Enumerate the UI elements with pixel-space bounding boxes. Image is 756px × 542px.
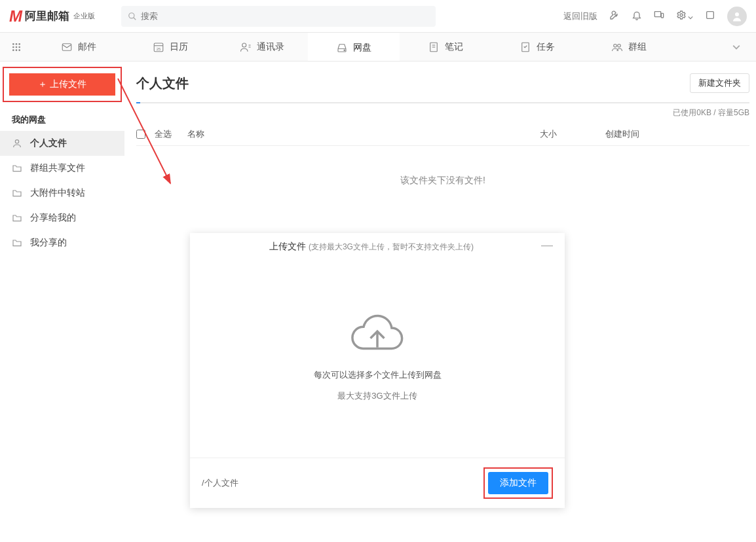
svg-point-15 bbox=[18, 49, 20, 51]
svg-point-24 bbox=[344, 50, 345, 51]
upload-button-highlight: ＋ 上传文件 bbox=[3, 67, 122, 102]
add-file-button[interactable]: 添加文件 bbox=[488, 472, 548, 494]
folder-out-icon bbox=[12, 238, 22, 248]
search-icon bbox=[128, 12, 137, 21]
sidebar-item-label: 分享给我的 bbox=[30, 212, 76, 224]
sidebar-item-group-share[interactable]: 群组共享文件 bbox=[0, 156, 124, 181]
devices-icon[interactable] bbox=[654, 10, 664, 22]
svg-point-12 bbox=[18, 46, 20, 48]
svg-point-0 bbox=[129, 12, 134, 18]
svg-point-29 bbox=[614, 44, 617, 47]
logo-subtext: 企业版 bbox=[73, 11, 95, 21]
sidebar-item-personal-files[interactable]: 个人文件 bbox=[0, 131, 124, 156]
mail-icon bbox=[61, 41, 73, 53]
skin-icon[interactable] bbox=[705, 10, 715, 22]
nav-label: 通讯录 bbox=[257, 41, 284, 53]
svg-point-7 bbox=[12, 43, 14, 45]
top-right-tools: 返回旧版 bbox=[563, 7, 747, 26]
calendar-icon: 25 bbox=[153, 41, 164, 53]
cloud-upload-icon bbox=[348, 314, 407, 360]
groups-icon bbox=[611, 41, 623, 53]
th-size[interactable]: 大小 bbox=[540, 128, 605, 140]
svg-rect-2 bbox=[655, 12, 661, 17]
svg-point-20 bbox=[242, 43, 246, 47]
nav-label: 日历 bbox=[170, 41, 188, 53]
sidebar-section-title: 我的网盘 bbox=[0, 106, 124, 131]
svg-point-13 bbox=[12, 49, 14, 51]
nav-contacts[interactable]: 通讯录 bbox=[216, 33, 308, 61]
modal-hint-2: 最大支持3G文件上传 bbox=[337, 390, 417, 402]
nav-row: 邮件 25 日历 通讯录 网盘 笔记 任务 群组 bbox=[0, 33, 756, 62]
svg-rect-3 bbox=[662, 13, 664, 18]
nav-notes[interactable]: 笔记 bbox=[400, 33, 491, 61]
modal-title: 上传文件 (支持最大3G文件上传，暂时不支持文件夹上传) bbox=[202, 241, 541, 253]
nav-drive[interactable]: 网盘 bbox=[308, 33, 400, 61]
nav-label: 邮件 bbox=[78, 41, 96, 53]
top-bar: M 阿里邮箱 企业版 返回旧版 bbox=[0, 0, 756, 33]
sidebar-item-shared-by-me[interactable]: 我分享的 bbox=[0, 230, 124, 255]
nav-mail[interactable]: 邮件 bbox=[33, 33, 124, 61]
nav-tasks[interactable]: 任务 bbox=[491, 33, 583, 61]
svg-point-30 bbox=[618, 44, 621, 47]
empty-folder-message: 该文件夹下没有文件! bbox=[136, 175, 749, 187]
notes-icon bbox=[428, 41, 440, 53]
sidebar-item-attachment-transit[interactable]: 大附件中转站 bbox=[0, 181, 124, 206]
nav-label: 任务 bbox=[537, 41, 555, 53]
wrench-icon[interactable] bbox=[609, 10, 620, 22]
modal-subtitle: (支持最大3G文件上传，暂时不支持文件夹上传) bbox=[309, 242, 474, 251]
svg-line-1 bbox=[134, 17, 136, 20]
sidebar-item-label: 个人文件 bbox=[30, 137, 67, 149]
new-folder-button[interactable]: 新建文件夹 bbox=[690, 73, 749, 93]
th-name[interactable]: 名称 bbox=[187, 128, 540, 140]
nav-groups[interactable]: 群组 bbox=[583, 33, 675, 61]
gear-icon[interactable] bbox=[676, 10, 693, 22]
svg-point-14 bbox=[16, 49, 18, 51]
svg-rect-16 bbox=[62, 43, 71, 50]
folder-share-icon bbox=[12, 163, 22, 173]
nav-calendar[interactable]: 25 日历 bbox=[124, 33, 216, 61]
modal-hint-1: 每次可以选择多个文件上传到网盘 bbox=[314, 369, 442, 381]
nav-label: 群组 bbox=[628, 41, 647, 53]
bell-icon[interactable] bbox=[632, 10, 642, 22]
search-input[interactable] bbox=[141, 11, 429, 21]
modal-path: /个人文件 bbox=[202, 477, 238, 489]
tasks-icon bbox=[520, 41, 531, 53]
modal-body[interactable]: 每次可以选择多个文件上传到网盘 最大支持3G文件上传 bbox=[190, 258, 565, 458]
svg-point-4 bbox=[680, 14, 683, 16]
select-all-checkbox[interactable] bbox=[136, 130, 145, 139]
person-icon bbox=[12, 138, 22, 149]
avatar[interactable] bbox=[727, 7, 747, 26]
back-old-link[interactable]: 返回旧版 bbox=[563, 10, 597, 22]
logo-icon: M bbox=[9, 7, 22, 26]
th-select-all[interactable]: 全选 bbox=[155, 128, 187, 140]
folder-attach-icon bbox=[12, 188, 22, 198]
search-bar[interactable] bbox=[121, 6, 436, 27]
logo-text: 阿里邮箱 bbox=[25, 9, 69, 24]
upload-button[interactable]: ＋ 上传文件 bbox=[9, 73, 115, 96]
sidebar-item-label: 大附件中转站 bbox=[30, 187, 85, 199]
svg-point-9 bbox=[18, 43, 20, 45]
nav-more-chevron-icon[interactable] bbox=[717, 33, 756, 61]
nav-label: 笔记 bbox=[445, 41, 463, 53]
apps-grid-icon[interactable] bbox=[0, 33, 33, 61]
add-file-highlight: 添加文件 bbox=[483, 467, 553, 499]
content-header: 个人文件 新建文件夹 bbox=[136, 73, 749, 93]
usage-text: 已使用0KB / 容量5GB bbox=[136, 107, 749, 118]
sidebar-item-shared-to-me[interactable]: 分享给我的 bbox=[0, 206, 124, 230]
sidebar-item-label: 我分享的 bbox=[30, 237, 67, 249]
minimize-icon[interactable]: — bbox=[541, 242, 553, 252]
sidebar: ＋ 上传文件 我的网盘 个人文件 群组共享文件 大附件中转站 分享给我的 我分享… bbox=[0, 62, 124, 542]
contacts-icon bbox=[240, 41, 252, 53]
modal-footer: /个人文件 添加文件 bbox=[190, 458, 565, 508]
svg-point-11 bbox=[16, 46, 18, 48]
drive-icon bbox=[336, 42, 348, 54]
svg-point-10 bbox=[12, 46, 14, 48]
usage-bar bbox=[136, 102, 749, 103]
th-time[interactable]: 创建时间 bbox=[605, 128, 749, 140]
page-title: 个人文件 bbox=[136, 75, 189, 92]
sidebar-item-label: 群组共享文件 bbox=[30, 162, 85, 174]
svg-point-31 bbox=[15, 140, 18, 143]
nav-label: 网盘 bbox=[353, 42, 371, 54]
upload-modal: 上传文件 (支持最大3G文件上传，暂时不支持文件夹上传) — 每次可以选择多个文… bbox=[190, 233, 565, 508]
modal-header: 上传文件 (支持最大3G文件上传，暂时不支持文件夹上传) — bbox=[190, 233, 565, 258]
